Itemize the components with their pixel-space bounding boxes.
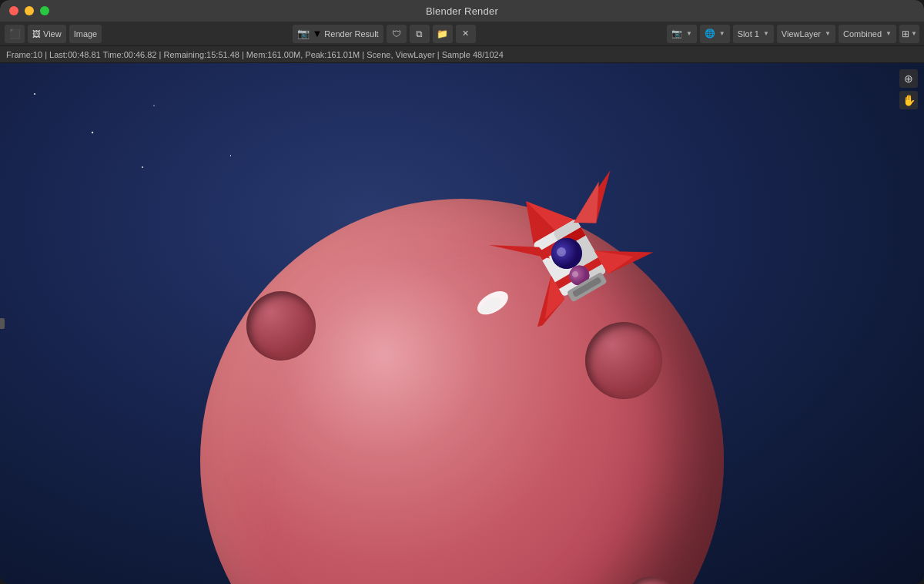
left-edge-handle[interactable] — [0, 318, 5, 329]
status-text: Frame:10 | Last:00:48.81 Time:00:46.82 |… — [6, 50, 504, 59]
copy-button[interactable]: ⧉ — [410, 25, 430, 43]
combined-dropdown-icon: ▼ — [886, 30, 892, 37]
render-result-selector[interactable]: 📷 ▼ Render Result — [293, 25, 383, 43]
globe-button[interactable]: 🌐 ▼ — [700, 25, 730, 43]
minimize-button[interactable] — [25, 6, 34, 15]
viewlayer-selector[interactable]: ViewLayer ▼ — [777, 25, 835, 43]
normalize-icon: ⊞ — [902, 29, 909, 39]
render-result-icon2: ▼ — [312, 28, 322, 39]
close-button[interactable] — [9, 6, 18, 15]
svg-point-2 — [153, 105, 155, 106]
blender-toolbar: ⬛ 🖼 View Image 📷 ▼ Render Result 🛡 ⧉ 📁 ✕… — [0, 22, 924, 46]
svg-point-0 — [34, 93, 35, 95]
svg-point-1 — [92, 132, 93, 133]
crater-topleft — [246, 291, 316, 361]
shield-icon: 🛡 — [392, 29, 401, 39]
zoom-icon: ⊕ — [904, 72, 913, 85]
viewlayer-label: ViewLayer — [782, 29, 821, 39]
maximize-button[interactable] — [40, 6, 49, 15]
editor-type-icon: ⬛ — [9, 29, 21, 39]
title-bar: Blender Render — [0, 0, 924, 22]
close-result-button[interactable]: ✕ — [456, 25, 476, 43]
normalize-dropdown-icon: ▼ — [911, 30, 917, 37]
window-title: Blender Render — [426, 5, 498, 17]
render-viewport: ⊕ ✋ — [0, 63, 924, 584]
globe-dropdown: ▼ — [719, 30, 725, 37]
status-bar: Frame:10 | Last:00:48.81 Time:00:46.82 |… — [0, 46, 924, 63]
copy-icon: ⧉ — [416, 29, 423, 39]
combined-selector[interactable]: Combined ▼ — [839, 25, 896, 43]
window-controls — [9, 6, 49, 15]
render-result-label: Render Result — [324, 29, 378, 39]
svg-point-29 — [142, 166, 143, 168]
slot-dropdown-icon: ▼ — [763, 30, 769, 37]
editor-type-button[interactable]: ⬛ — [5, 25, 25, 43]
viewlayer-dropdown-icon: ▼ — [825, 30, 831, 37]
crater-right — [585, 322, 662, 399]
shield-button[interactable]: 🛡 — [387, 25, 407, 43]
view-icon: 🖼 — [32, 29, 41, 39]
hand-tool-button[interactable]: ✋ — [899, 91, 918, 109]
folder-button[interactable]: 📁 — [433, 25, 453, 43]
zoom-button[interactable]: ⊕ — [899, 69, 918, 88]
globe-icon: 🌐 — [705, 29, 715, 39]
normalize-button[interactable]: ⊞ ▼ — [899, 25, 919, 43]
view-menu-button[interactable]: 🖼 View — [28, 25, 66, 43]
image-menu-button[interactable]: Image — [69, 25, 102, 43]
crater-bottomright — [624, 576, 678, 584]
camera-button[interactable]: 📷 ▼ — [667, 25, 697, 43]
combined-label: Combined — [843, 29, 882, 39]
slot-selector[interactable]: Slot 1 ▼ — [733, 25, 774, 43]
render-result-icon: 📷 — [297, 28, 310, 39]
svg-point-3 — [230, 155, 231, 156]
hand-icon: ✋ — [902, 94, 916, 106]
close-result-icon: ✕ — [462, 29, 469, 39]
camera-icon: 📷 — [671, 29, 682, 39]
slot-label: Slot 1 — [738, 29, 759, 39]
stars-layer — [0, 63, 231, 179]
camera-dropdown: ▼ — [686, 30, 692, 37]
folder-icon: 📁 — [437, 29, 448, 39]
side-tools-panel: ⊕ ✋ — [899, 69, 918, 109]
